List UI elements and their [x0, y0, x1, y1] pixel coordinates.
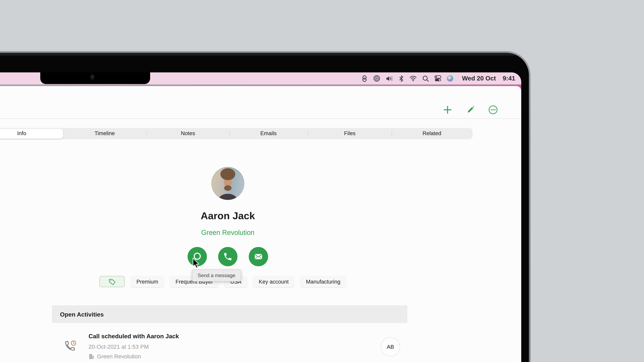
crm-window: Info Timeline Notes Emails Files Related…: [0, 86, 521, 362]
bluetooth-icon[interactable]: [398, 75, 404, 82]
tab-bar: Info Timeline Notes Emails Files Related: [0, 128, 472, 139]
tab-related[interactable]: Related: [422, 128, 441, 139]
airdrop-icon[interactable]: [373, 75, 380, 82]
tab-emails[interactable]: Emails: [260, 128, 277, 139]
activity-datetime: 20-Oct-2021 at 1:53 PM: [88, 344, 149, 350]
tab-timeline[interactable]: Timeline: [94, 128, 115, 139]
activity-company: Green Revolution: [88, 353, 141, 360]
tag-pill[interactable]: Premium: [131, 276, 164, 287]
contact-company-link[interactable]: Green Revolution: [147, 229, 308, 237]
tab-separator: [230, 130, 230, 137]
menu-bar: Wed 20 Oct 9:41: [0, 72, 521, 84]
screen: Wed 20 Oct 9:41: [0, 72, 521, 362]
control-center-icon[interactable]: [434, 75, 442, 82]
tab-info-selected[interactable]: [0, 129, 63, 139]
tab-separator: [392, 130, 392, 137]
tab-info[interactable]: Info: [17, 128, 26, 139]
layers-icon[interactable]: [361, 75, 368, 82]
contact-photo: [211, 167, 244, 200]
menubar-time[interactable]: 9:41: [503, 75, 515, 82]
stage: Wed 20 Oct 9:41: [0, 0, 644, 362]
mouse-cursor: [192, 258, 199, 270]
header-divider: [0, 118, 521, 119]
activity-owner-avatar: AB: [381, 337, 400, 356]
add-button[interactable]: [441, 103, 454, 117]
camera-icon: [90, 74, 94, 80]
tab-separator: [308, 130, 308, 137]
volume-icon[interactable]: [386, 75, 393, 82]
tag-pill[interactable]: Key account: [253, 276, 294, 287]
scheduled-call-icon: [64, 340, 77, 355]
tag-pill[interactable]: Manufacturing: [300, 276, 346, 287]
tab-files[interactable]: Files: [344, 128, 356, 139]
edit-pencil-button[interactable]: [464, 103, 477, 117]
manage-tags-button[interactable]: [100, 276, 125, 287]
tab-notes[interactable]: Notes: [181, 128, 195, 139]
wifi-icon[interactable]: [409, 75, 417, 82]
menubar-date[interactable]: Wed 20 Oct: [462, 75, 496, 82]
header-actions: [441, 103, 521, 117]
send-message-tooltip: Send a message: [192, 270, 241, 282]
status-icons: Wed 20 Oct 9:41: [361, 72, 515, 84]
notch: [40, 72, 150, 84]
tab-separator: [146, 130, 147, 137]
building-icon: [88, 354, 94, 360]
activity-company-name: Green Revolution: [97, 353, 141, 360]
open-activities-header: Open Activities: [52, 305, 407, 323]
email-button[interactable]: [249, 247, 268, 266]
owner-initials: AB: [387, 344, 394, 350]
contact-name: Aaron Jack: [147, 210, 308, 222]
siri-icon[interactable]: [447, 75, 453, 82]
more-options-button[interactable]: [486, 103, 500, 117]
spotlight-search-icon[interactable]: [422, 75, 429, 82]
call-button[interactable]: [218, 247, 238, 266]
activity-title[interactable]: Call scheduled with Aaron Jack: [88, 333, 179, 340]
